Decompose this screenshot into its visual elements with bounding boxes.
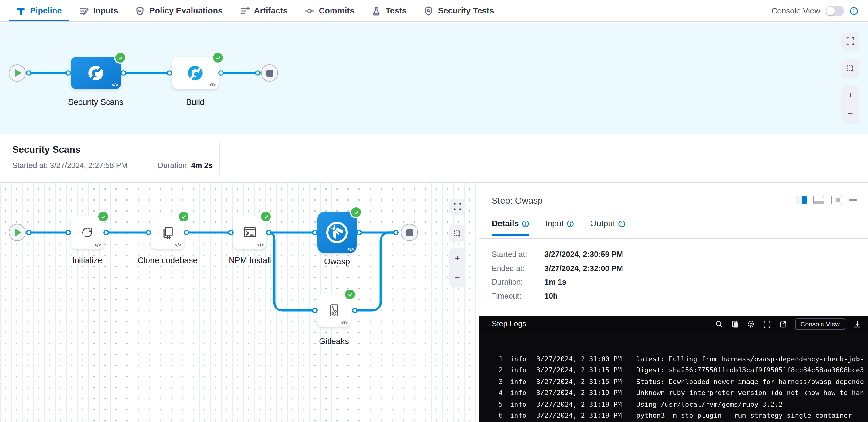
zoom-out-button[interactable]: −: [842, 104, 859, 122]
stop-icon: [266, 70, 273, 76]
stage-card-security-scans[interactable]: </>: [71, 57, 121, 89]
step-card-gitleaks[interactable]: </>: [317, 294, 350, 327]
step-card-initialize[interactable]: </>: [71, 216, 104, 249]
settings-gear-icon[interactable]: [747, 320, 755, 328]
log-line: 1info3/27/2024, 2:31:00 PMlatest: Pullin…: [494, 354, 868, 365]
nav-right: Console View: [771, 0, 858, 22]
search-icon[interactable]: [715, 320, 723, 328]
step-start-node[interactable]: [9, 224, 26, 241]
zoom-in-button[interactable]: +: [842, 85, 859, 104]
tab-input[interactable]: Input: [546, 219, 574, 235]
step-card-clone-codebase[interactable]: </>: [151, 216, 184, 249]
connector-port: [393, 230, 399, 235]
tab-label: Input: [546, 219, 564, 228]
step-label: Clone codebase: [125, 256, 211, 265]
stage-card-build[interactable]: </>: [172, 57, 219, 89]
log-level: info: [510, 399, 526, 410]
connector-port: [103, 230, 109, 235]
log-message: Status: Downloaded newer image for harne…: [636, 377, 864, 388]
code-icon: </>: [175, 242, 181, 248]
fit-view-button[interactable]: [450, 199, 465, 215]
zoom-in-button[interactable]: +: [450, 249, 465, 267]
fullscreen-icon[interactable]: [763, 320, 771, 328]
info-icon[interactable]: [849, 6, 858, 15]
inputs-icon: [79, 6, 89, 15]
log-line-number: 5: [494, 399, 503, 410]
copy-icon[interactable]: [731, 320, 739, 328]
success-badge: [98, 212, 108, 221]
log-timestamp: 3/27/2024, 2:31:19 PM: [536, 388, 622, 399]
success-badge: [351, 207, 361, 217]
nav-tab-tests[interactable]: Tests: [364, 0, 414, 22]
step-logs-title: Step Logs: [492, 320, 526, 328]
stage-end-node[interactable]: [261, 64, 278, 82]
initialize-icon: [79, 225, 95, 240]
log-timestamp: 3/27/2024, 2:31:15 PM: [536, 377, 622, 388]
nav-tab-security-tests[interactable]: Security Tests: [416, 0, 501, 22]
log-line-number: 6: [494, 410, 503, 422]
success-badge: [115, 53, 125, 63]
step-logs-header: Step Logs Console View: [479, 316, 868, 332]
connector-port: [218, 70, 224, 76]
log-line: 4info3/27/2024, 2:31:19 PMUnknown ruby i…: [494, 388, 868, 399]
connector-port: [65, 230, 71, 235]
detail-value: 1m 1s: [545, 279, 566, 287]
step-card-owasp[interactable]: </>: [317, 212, 356, 253]
nav-tab-inputs[interactable]: Inputs: [72, 0, 126, 22]
open-external-icon[interactable]: [779, 320, 787, 328]
tab-output[interactable]: Output: [590, 219, 625, 235]
log-level: info: [510, 388, 526, 399]
tabs-divider: [479, 238, 868, 238]
connector-port: [65, 70, 71, 76]
console-view-toggle[interactable]: [826, 6, 844, 15]
bottom-split: </> Initialize </> Clone codebase: [0, 184, 868, 422]
log-line: 3info3/27/2024, 2:31:15 PMStatus: Downlo…: [494, 377, 868, 388]
info-icon: [618, 220, 625, 227]
clone-codebase-icon: [160, 225, 176, 240]
stage-duration: Duration: 4m 2s: [158, 161, 213, 170]
collapse-panel-icon[interactable]: [849, 199, 857, 201]
nav-tab-policy-evaluations[interactable]: Policy Evaluations: [128, 0, 230, 22]
duration-value: 4m 2s: [191, 161, 213, 170]
marquee-select-button[interactable]: [842, 60, 859, 77]
stage-label: Security Scans: [46, 98, 145, 107]
nav-tab-pipeline[interactable]: Pipeline: [9, 0, 69, 22]
nav-tab-commits[interactable]: Commits: [298, 0, 362, 22]
step-label: NPM Install: [207, 256, 293, 265]
step-panel-title: Step: Owasp: [492, 196, 542, 205]
connector-port: [312, 230, 318, 235]
marquee-select-button[interactable]: [450, 225, 465, 241]
success-badge: [345, 290, 355, 299]
console-view-button[interactable]: Console View: [795, 318, 845, 330]
pipeline-icon: [16, 6, 26, 15]
security-tests-icon: [424, 6, 434, 15]
layout-split-bottom-icon[interactable]: [813, 196, 825, 204]
step-end-node[interactable]: [401, 224, 418, 241]
step-logs-output[interactable]: 1info3/27/2024, 2:31:00 PMlatest: Pullin…: [479, 332, 868, 422]
log-message: latest: Pulling from harness/owasp-depen…: [636, 354, 864, 365]
connector-port: [266, 230, 272, 235]
detail-label: Started at:: [492, 251, 545, 259]
nav-tab-artifacts[interactable]: Artifacts: [232, 0, 295, 22]
nav-tab-label: Tests: [385, 6, 407, 15]
zoom-out-button[interactable]: −: [450, 267, 465, 287]
download-icon[interactable]: [853, 320, 861, 328]
layout-floating-icon[interactable]: [831, 196, 842, 204]
stage-start-node[interactable]: [9, 64, 26, 82]
step-card-npm-install[interactable]: </>: [233, 216, 267, 249]
duration-label: Duration:: [158, 161, 191, 170]
play-icon: [15, 229, 21, 236]
nav-tab-label: Policy Evaluations: [150, 6, 223, 15]
log-level: info: [510, 365, 526, 377]
connector-port: [228, 230, 234, 235]
zoom-controls: + −: [842, 85, 859, 122]
log-level: info: [510, 410, 526, 422]
layout-split-right-icon[interactable]: [796, 196, 807, 204]
marquee-icon: [453, 229, 462, 237]
connector-port: [121, 70, 126, 76]
stage-graph-canvas: </> Security Scans </> Build + −: [0, 23, 868, 134]
fit-view-button[interactable]: [842, 33, 859, 50]
stage-info-title: Security Scans: [12, 144, 81, 155]
tab-details[interactable]: Details: [492, 219, 529, 235]
connector-port: [184, 230, 189, 235]
